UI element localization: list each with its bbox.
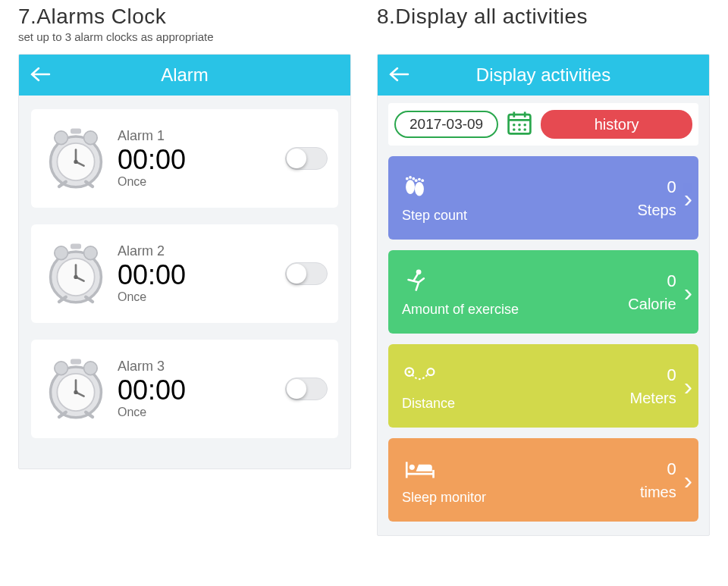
- clock-icon: [42, 351, 110, 427]
- alarm-screen: Alarm Alarm 1 00:00 Once Alarm 2: [18, 54, 351, 469]
- chevron-right-icon: ›: [681, 185, 695, 211]
- alarm-toggle[interactable]: [285, 262, 328, 285]
- activity-unit: Calorie: [628, 296, 676, 313]
- alarm-item[interactable]: Alarm 3 00:00 Once: [31, 340, 338, 438]
- activity-unit: Meters: [630, 390, 676, 407]
- history-button[interactable]: history: [541, 110, 692, 139]
- activity-label: Amount of exercise: [402, 302, 519, 318]
- activity-value: 0: [638, 177, 676, 197]
- activity-card-steps[interactable]: Step count 0 Steps ›: [388, 156, 698, 240]
- section-7-num: 7.: [18, 5, 36, 28]
- back-arrow-icon[interactable]: [388, 65, 410, 85]
- activity-label: Step count: [402, 208, 467, 224]
- section-8-num: 8.: [377, 5, 395, 28]
- alarm-item[interactable]: Alarm 2 00:00 Once: [31, 224, 338, 323]
- activities-screen: Display activities 2017-03-09 history St…: [377, 54, 710, 536]
- chevron-right-icon: ›: [681, 373, 695, 399]
- alarm-repeat: Once: [118, 175, 285, 189]
- activity-card-distance[interactable]: Distance 0 Meters ›: [388, 344, 698, 428]
- runner-icon: [402, 267, 519, 293]
- activity-card-sleep[interactable]: Sleep monitor 0 times ›: [388, 438, 698, 522]
- alarm-name: Alarm 3: [118, 359, 285, 374]
- activities-title: Display activities: [378, 64, 709, 86]
- activities-titlebar: Display activities: [378, 55, 709, 96]
- activity-value: 0: [640, 459, 676, 479]
- route-icon: [402, 361, 455, 387]
- footsteps-icon: [402, 173, 467, 199]
- alarm-repeat: Once: [118, 406, 285, 419]
- alarm-name: Alarm 2: [118, 243, 285, 259]
- back-arrow-icon[interactable]: [30, 65, 51, 85]
- section-8-title: 8.Display all activities: [377, 5, 710, 29]
- alarm-repeat: Once: [118, 290, 285, 304]
- section-7-subtitle: set up to 3 alarm clocks as appropriate: [18, 30, 351, 43]
- clock-icon: [42, 121, 110, 196]
- bed-icon: [402, 455, 486, 481]
- activity-value: 0: [630, 365, 676, 385]
- alarm-item[interactable]: Alarm 1 00:00 Once: [31, 109, 338, 208]
- alarm-time: 00:00: [118, 144, 285, 175]
- alarm-titlebar: Alarm: [19, 55, 350, 96]
- chevron-right-icon: ›: [681, 279, 695, 305]
- date-pill[interactable]: 2017-03-09: [394, 111, 498, 138]
- activity-card-exercise[interactable]: Amount of exercise 0 Calorie ›: [388, 250, 698, 334]
- section-7-title: 7.Alarms Clock: [18, 5, 351, 29]
- alarm-toggle[interactable]: [285, 378, 328, 400]
- activity-value: 0: [628, 271, 676, 291]
- chevron-right-icon: ›: [681, 467, 695, 493]
- activity-unit: times: [640, 484, 676, 501]
- alarm-toggle[interactable]: [285, 147, 328, 170]
- date-row: 2017-03-09 history: [388, 103, 698, 146]
- calendar-icon[interactable]: [506, 109, 533, 139]
- clock-icon: [42, 236, 110, 312]
- alarm-time: 00:00: [118, 374, 285, 406]
- alarm-title: Alarm: [19, 64, 350, 86]
- activity-label: Sleep monitor: [402, 490, 486, 506]
- activity-unit: Steps: [638, 202, 676, 219]
- activity-label: Distance: [402, 396, 455, 412]
- alarm-name: Alarm 1: [118, 128, 285, 144]
- alarm-time: 00:00: [118, 259, 285, 290]
